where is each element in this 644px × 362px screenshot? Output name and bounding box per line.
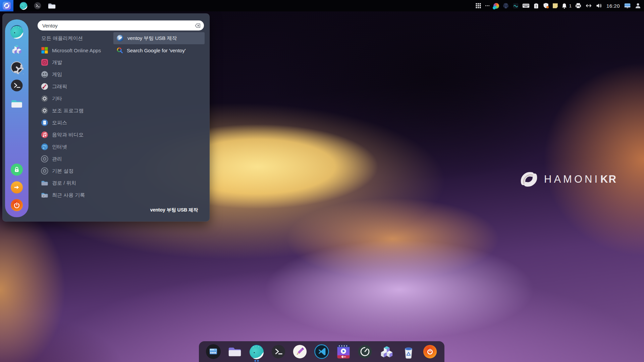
category-item-recent[interactable]: 최근 사용 기록	[37, 189, 110, 201]
preferences-gear-icon	[41, 167, 49, 175]
search-clear-icon[interactable]	[195, 22, 201, 30]
hamonikr-logo: HAMONIKR	[519, 170, 617, 189]
keyboard-icon[interactable]	[522, 2, 530, 9]
search-box	[38, 20, 204, 31]
logout-arrow-icon	[13, 184, 20, 191]
dock	[199, 341, 444, 362]
category-item-internet[interactable]: 인터넷	[37, 141, 110, 153]
app-grid-icon[interactable]	[475, 3, 481, 9]
sidebar-files-icon[interactable]	[10, 97, 23, 110]
internet-globe-icon	[41, 143, 49, 151]
dock-system-monitor-icon[interactable]	[356, 343, 374, 360]
taskbar	[0, 0, 56, 11]
whale-browser-icon[interactable]	[19, 1, 28, 10]
development-icon	[41, 58, 49, 66]
category-item-music-video[interactable]: 음악과 비디오	[37, 129, 110, 141]
accessories-gear-icon	[41, 107, 49, 115]
sidebar-settings-icon[interactable]	[10, 61, 23, 74]
menu-button[interactable]	[0, 0, 13, 11]
office-icon	[41, 119, 49, 127]
logout-button[interactable]	[11, 181, 23, 193]
top-panel: 1 16:20	[0, 0, 644, 11]
other-gear-icon	[41, 95, 49, 103]
places-folder-icon	[41, 179, 49, 187]
shield-icon[interactable]	[543, 2, 549, 9]
category-item-places[interactable]: 경로 / 위치	[37, 177, 110, 189]
category-list: 모든 애플리케이션 Microsoft Online Apps 개발	[37, 32, 110, 201]
clock[interactable]: 16:20	[606, 3, 621, 9]
microsoft-icon	[41, 46, 49, 54]
search-result-google[interactable]: Search Google for 'ventoy'	[113, 44, 205, 56]
app-menu: 모든 애플리케이션 Microsoft Online Apps 개발	[2, 13, 210, 222]
printer-icon[interactable]	[575, 2, 582, 9]
dock-whale-browser-icon[interactable]	[248, 343, 265, 360]
category-item-all[interactable]: 모든 애플리케이션	[37, 32, 110, 44]
dock-trash-icon[interactable]	[400, 343, 417, 360]
shutter-icon[interactable]	[502, 2, 509, 9]
lock-icon	[13, 166, 20, 173]
notification-count: 1	[569, 3, 572, 8]
music-video-icon	[41, 131, 49, 139]
dock-show-desktop-icon[interactable]	[205, 343, 222, 360]
hamonikr-logo-mark-icon	[519, 170, 539, 189]
clipboard-icon[interactable]	[533, 3, 539, 9]
menu-button-logo-icon	[2, 1, 11, 10]
dock-power-icon[interactable]	[421, 343, 439, 360]
network-arrows-icon[interactable]	[585, 2, 592, 9]
search-result-ventoy[interactable]: ventoy 부팅 USB 제작	[113, 32, 205, 44]
google-search-icon	[116, 47, 123, 54]
lock-screen-button[interactable]	[11, 164, 23, 176]
category-item-office[interactable]: 오피스	[37, 117, 110, 129]
input-method-icon[interactable]	[493, 3, 499, 9]
sticky-note-icon[interactable]	[553, 3, 558, 8]
terminal-icon[interactable]	[34, 2, 42, 10]
administration-gear-icon	[41, 155, 49, 163]
category-item-games[interactable]: 게임	[37, 68, 110, 80]
sidebar-boxes-icon[interactable]	[11, 43, 23, 55]
wave-app-icon[interactable]	[513, 3, 519, 9]
user-icon[interactable]	[635, 2, 641, 9]
category-item-msonline[interactable]: Microsoft Online Apps	[37, 44, 110, 56]
notification-bell-icon[interactable]	[561, 3, 568, 9]
dock-boxes-icon[interactable]	[378, 343, 395, 360]
ventoy-icon	[116, 35, 124, 42]
dock-text-editor-icon[interactable]	[291, 343, 309, 360]
search-input[interactable]	[38, 20, 204, 31]
running-indicator	[254, 360, 259, 362]
dock-file-manager-icon[interactable]	[226, 343, 244, 360]
category-item-preferences[interactable]: 기본 설정	[37, 165, 110, 177]
category-item-administration[interactable]: 관리	[37, 153, 110, 165]
file-manager-icon[interactable]	[47, 1, 56, 10]
hamonikr-logo-text: HAMONIKR	[544, 173, 617, 185]
dock-terminal-icon[interactable]	[270, 343, 287, 360]
power-icon	[13, 202, 20, 208]
graphics-icon	[41, 82, 49, 90]
overflow-menu-icon[interactable]	[485, 3, 490, 8]
dock-vscode-icon[interactable]	[313, 343, 330, 360]
category-item-graphics[interactable]: 그래픽	[37, 80, 110, 93]
category-item-accessories[interactable]: 보조 프로그램	[37, 105, 110, 117]
menu-sidebar	[5, 19, 29, 217]
sidebar-terminal-icon[interactable]	[10, 79, 23, 92]
shutdown-button[interactable]	[11, 199, 23, 211]
search-results: ventoy 부팅 USB 제작 Search Google for 'vent…	[113, 32, 205, 56]
recent-folder-icon	[41, 191, 49, 199]
display-icon[interactable]	[624, 2, 631, 9]
menu-status-text: ventoy 부팅 USB 제작	[150, 207, 198, 213]
games-icon	[41, 70, 49, 78]
category-item-development[interactable]: 개발	[37, 56, 110, 68]
volume-icon[interactable]	[596, 2, 602, 9]
screen: HAMONIKR	[0, 0, 644, 362]
sidebar-whale-browser-icon[interactable]	[9, 24, 24, 39]
category-item-other[interactable]: 기타	[37, 93, 110, 105]
dock-media-player-icon[interactable]	[335, 343, 352, 360]
system-tray: 1 16:20	[475, 2, 644, 9]
